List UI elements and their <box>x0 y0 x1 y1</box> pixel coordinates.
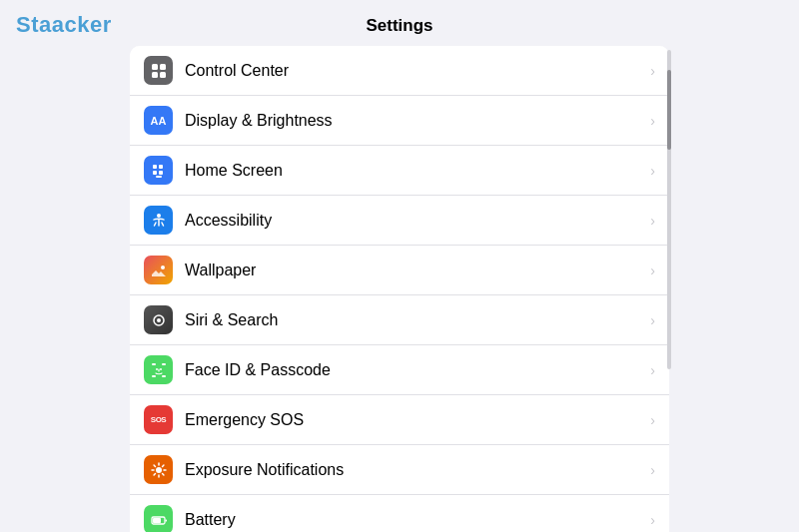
svg-rect-3 <box>160 72 166 78</box>
svg-point-20 <box>156 467 162 473</box>
svg-rect-15 <box>152 375 156 377</box>
svg-rect-4 <box>153 165 157 169</box>
sos-icon: SOS <box>144 405 173 434</box>
section-1: Control Center › AA Display & Brightness… <box>130 46 669 532</box>
svg-rect-16 <box>162 375 166 377</box>
scrollbar-thumb[interactable] <box>667 70 671 150</box>
home-screen-label: Home Screen <box>185 162 646 180</box>
svg-rect-14 <box>162 363 166 365</box>
svg-rect-2 <box>152 72 158 78</box>
wallpaper-label: Wallpaper <box>185 262 646 279</box>
faceid-label: Face ID & Passcode <box>185 361 646 379</box>
control-center-icon <box>144 56 173 85</box>
settings-row-sos[interactable]: SOS Emergency SOS › <box>130 395 669 445</box>
control-center-label: Control Center <box>185 62 646 80</box>
siri-chevron: › <box>650 312 655 328</box>
settings-row-accessibility[interactable]: Accessibility › <box>130 196 669 246</box>
display-chevron: › <box>650 113 655 129</box>
svg-line-27 <box>162 465 163 466</box>
display-label: Display & Brightness <box>185 112 646 130</box>
svg-point-10 <box>161 266 165 269</box>
settings-row-battery[interactable]: Battery › <box>130 495 669 532</box>
settings-row-wallpaper[interactable]: Wallpaper › <box>130 246 669 295</box>
watermark: Staacker <box>16 12 112 38</box>
siri-label: Siri & Search <box>185 311 646 329</box>
page-title: Settings <box>130 0 669 46</box>
settings-row-display[interactable]: AA Display & Brightness › <box>130 96 669 146</box>
svg-rect-5 <box>159 165 163 169</box>
svg-rect-7 <box>159 171 163 175</box>
settings-row-exposure[interactable]: Exposure Notifications › <box>130 445 669 495</box>
svg-point-9 <box>157 214 161 218</box>
accessibility-icon <box>144 206 173 235</box>
settings-row-faceid[interactable]: Face ID & Passcode › <box>130 345 669 395</box>
svg-point-17 <box>156 368 158 370</box>
svg-point-18 <box>160 368 162 370</box>
svg-rect-1 <box>160 64 166 70</box>
svg-rect-31 <box>153 518 161 523</box>
sos-chevron: › <box>650 412 655 428</box>
accessibility-label: Accessibility <box>185 212 646 230</box>
settings-row-home-screen[interactable]: Home Screen › <box>130 146 669 196</box>
svg-rect-6 <box>153 171 157 175</box>
settings-row-control-center[interactable]: Control Center › <box>130 46 669 96</box>
wallpaper-chevron: › <box>650 263 655 278</box>
display-icon: AA <box>144 106 173 135</box>
accessibility-chevron: › <box>650 213 655 229</box>
svg-rect-13 <box>152 363 156 365</box>
home-screen-chevron: › <box>650 163 655 179</box>
svg-rect-8 <box>156 176 162 178</box>
svg-line-25 <box>154 465 155 466</box>
battery-chevron: › <box>650 512 655 528</box>
svg-line-26 <box>162 473 163 474</box>
exposure-chevron: › <box>650 462 655 478</box>
scrollbar-track[interactable] <box>667 50 671 369</box>
siri-icon <box>144 305 173 334</box>
svg-rect-0 <box>152 64 158 70</box>
wallpaper-icon <box>144 256 173 284</box>
faceid-icon <box>144 355 173 384</box>
battery-icon <box>144 505 173 532</box>
faceid-chevron: › <box>650 362 655 378</box>
svg-rect-30 <box>165 519 167 521</box>
exposure-icon <box>144 455 173 484</box>
svg-point-12 <box>157 318 161 322</box>
exposure-label: Exposure Notifications <box>185 461 646 479</box>
battery-label: Battery <box>185 511 646 529</box>
home-screen-icon <box>144 156 173 185</box>
sos-label: Emergency SOS <box>185 411 646 429</box>
settings-row-siri[interactable]: Siri & Search › <box>130 295 669 345</box>
svg-line-28 <box>154 473 155 474</box>
control-center-chevron: › <box>650 63 655 79</box>
